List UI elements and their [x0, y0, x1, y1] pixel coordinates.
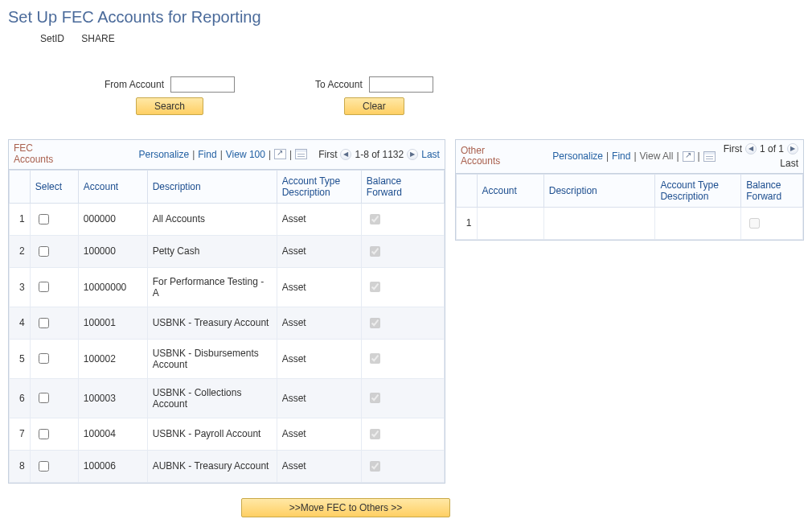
personalize-link[interactable]: Personalize [138, 149, 189, 160]
select-checkbox[interactable] [39, 246, 49, 257]
row-number: 2 [10, 235, 31, 267]
select-checkbox[interactable] [39, 353, 49, 364]
setid-value: SHARE [81, 33, 114, 44]
description-cell [543, 207, 655, 239]
separator: | [289, 149, 292, 160]
zoom-icon[interactable] [274, 149, 286, 159]
separator: | [269, 149, 271, 160]
balance-forward-cell [361, 418, 444, 450]
separator: | [220, 149, 223, 160]
balance-forward-cell [361, 450, 444, 482]
type-cell: Asset [277, 235, 361, 267]
to-account-input[interactable] [369, 76, 433, 93]
fec-range: 1-8 of 1132 [355, 149, 404, 160]
next-arrow-icon[interactable]: ▶ [407, 149, 418, 160]
select-cell [30, 235, 78, 267]
account-cell: 100000 [78, 235, 147, 267]
page-title: Set Up FEC Accounts for Reporting [8, 8, 804, 27]
col-type[interactable]: Account Type Description [655, 174, 741, 207]
select-checkbox[interactable] [39, 429, 49, 439]
type-cell: Asset [277, 203, 361, 235]
from-account-input[interactable] [170, 76, 235, 93]
select-checkbox[interactable] [39, 461, 49, 472]
balance-forward-checkbox [370, 246, 380, 257]
account-cell: 100003 [78, 378, 147, 418]
setid-row: SetID SHARE [40, 33, 804, 44]
next-arrow-icon: ▶ [787, 143, 798, 154]
description-cell: USBNK - Collections Account [147, 378, 277, 418]
type-cell: Asset [277, 267, 361, 307]
separator: | [192, 149, 195, 160]
select-cell [30, 203, 78, 235]
table-row: 1 [456, 207, 802, 239]
col-balance-forward[interactable]: Balance Forward [361, 170, 444, 203]
select-cell [30, 307, 78, 339]
select-checkbox[interactable] [39, 318, 49, 328]
col-balance-forward[interactable]: Balance Forward [741, 174, 803, 207]
row-number: 1 [10, 203, 31, 235]
account-cell: 100006 [78, 450, 147, 482]
balance-forward-checkbox [370, 353, 380, 364]
balance-forward-checkbox [370, 429, 380, 439]
last-link: Last [780, 158, 798, 169]
balance-forward-cell [361, 378, 444, 418]
fec-grid-toolbar: Personalize | Find | View 100 | | [138, 149, 307, 160]
other-grid-headerbar: OtherAccounts Personalize | Find | View … [456, 140, 803, 174]
row-number: 1 [456, 207, 477, 239]
balance-forward-checkbox [370, 282, 380, 292]
prev-arrow-icon[interactable]: ◀ [340, 149, 351, 160]
col-account[interactable]: Account [477, 174, 543, 207]
download-icon[interactable] [703, 151, 716, 162]
find-link[interactable]: Find [612, 150, 630, 162]
col-select[interactable]: Select [30, 170, 78, 203]
separator: | [676, 150, 679, 162]
separator: | [698, 150, 700, 162]
select-cell [30, 267, 78, 307]
description-cell: All Accounts [147, 203, 277, 235]
other-range: 1 of 1 [760, 143, 784, 154]
description-cell: USBNK - Payroll Account [147, 418, 277, 450]
zoom-icon[interactable] [683, 151, 695, 162]
first-link: First [724, 143, 742, 154]
balance-forward-checkbox [370, 214, 380, 224]
table-row: 310000000For Performance Testing - AAsse… [10, 267, 445, 307]
balance-forward-checkbox [370, 318, 380, 328]
personalize-link[interactable]: Personalize [552, 150, 603, 162]
last-link[interactable]: Last [421, 149, 440, 160]
select-checkbox[interactable] [39, 393, 49, 403]
description-cell: USBNK - Treasury Account [147, 307, 277, 339]
select-cell [30, 418, 78, 450]
balance-forward-cell [361, 339, 444, 378]
account-cell: 000000 [78, 203, 147, 235]
select-cell [30, 450, 78, 482]
table-row: 4100001USBNK - Treasury AccountAsset [10, 307, 445, 339]
description-cell: For Performance Testing - A [147, 267, 277, 307]
move-fec-to-others-button[interactable]: >>Move FEC to Others >> [241, 498, 450, 517]
type-cell [655, 207, 741, 239]
select-checkbox[interactable] [39, 282, 49, 292]
type-cell: Asset [277, 378, 361, 418]
select-checkbox[interactable] [39, 214, 49, 224]
account-cell: 100001 [78, 307, 147, 339]
description-cell: USBNK - Disbursements Account [147, 339, 277, 378]
col-account[interactable]: Account [78, 170, 147, 203]
download-icon[interactable] [295, 149, 307, 159]
fec-grid-headerbar: FECAccounts Personalize | Find | View 10… [9, 140, 445, 170]
view100-link[interactable]: View 100 [226, 149, 265, 160]
find-link[interactable]: Find [198, 149, 216, 160]
balance-forward-cell [741, 207, 803, 239]
clear-button[interactable]: Clear [344, 97, 404, 115]
description-cell: Petty Cash [147, 235, 277, 267]
col-description[interactable]: Description [543, 174, 655, 207]
account-cell: 100002 [78, 339, 147, 378]
row-number: 4 [10, 307, 31, 339]
col-description[interactable]: Description [147, 170, 277, 203]
row-number: 8 [10, 450, 31, 482]
search-button[interactable]: Search [136, 97, 203, 115]
type-cell: Asset [277, 450, 361, 482]
col-type[interactable]: Account Type Description [277, 170, 361, 203]
search-row: From Account Search To Account Clear [8, 76, 804, 115]
row-number: 6 [10, 378, 31, 418]
table-row: 7100004USBNK - Payroll AccountAsset [10, 418, 445, 450]
select-cell [30, 378, 78, 418]
